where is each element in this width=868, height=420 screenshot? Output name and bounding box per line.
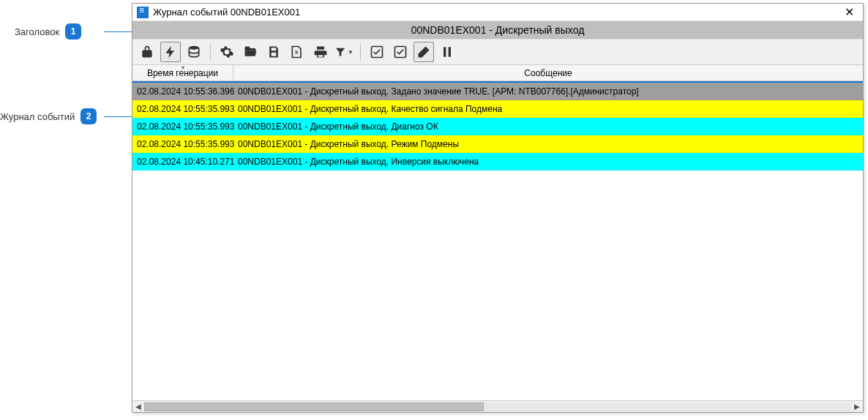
scroll-left-icon[interactable]: ◀ — [132, 401, 144, 413]
cell-time: 02.08.2024 10:45:10.271 — [132, 157, 233, 167]
scroll-right-icon[interactable]: ▶ — [851, 401, 863, 413]
callout-label: Заголовок — [15, 26, 59, 37]
cell-message: 00NDB01EX001 - Дискретный выход. Качеств… — [233, 104, 863, 114]
column-time[interactable]: ▾ Время генерации — [132, 65, 233, 80]
filter-dropdown[interactable]: ▼ — [334, 42, 354, 62]
excel-export-icon[interactable]: X — [287, 42, 307, 62]
chevron-down-icon: ▼ — [348, 49, 353, 56]
cell-time: 02.08.2024 10:55:36.396 — [132, 86, 233, 97]
callout-badge: 1 — [65, 23, 81, 40]
page-header: 00NDB01EX001 - Дискретный выход — [132, 21, 863, 39]
column-message[interactable]: Сообщение — [233, 65, 863, 80]
cell-time: 02.08.2024 10:55:35.993 — [132, 139, 233, 149]
lock-icon[interactable] — [137, 42, 157, 62]
table-header: ▾ Время генерации Сообщение — [132, 65, 863, 81]
eraser-icon[interactable] — [414, 42, 434, 62]
table-row[interactable]: 02.08.2024 10:45:10.271 00NDB01EX001 - Д… — [132, 153, 863, 170]
cell-time: 02.08.2024 10:55:35.993 — [132, 104, 233, 114]
callout-label: Журнал событий — [0, 111, 75, 122]
table-row[interactable]: 02.08.2024 10:55:35.993 00NDB01EX001 - Д… — [132, 100, 863, 118]
svg-rect-5 — [449, 47, 451, 56]
horizontal-scrollbar[interactable]: ◀ ▶ — [132, 400, 863, 412]
close-icon[interactable]: ✕ — [840, 5, 858, 19]
database-icon[interactable] — [184, 42, 204, 62]
svg-text:X: X — [295, 49, 299, 56]
app-icon — [137, 7, 149, 18]
callout-badge: 2 — [81, 108, 97, 124]
cell-message: 00NDB01EX001 - Дискретный выход. Задано … — [233, 86, 863, 97]
table-body: 02.08.2024 10:55:36.396 00NDB01EX001 - Д… — [132, 83, 863, 400]
save-icon[interactable] — [263, 42, 284, 62]
toolbar-separator — [210, 43, 211, 61]
titlebar: Журнал событий 00NDB01EX001 ✕ — [132, 4, 863, 21]
window-title: Журнал событий 00NDB01EX001 — [153, 7, 300, 18]
svg-point-0 — [189, 46, 198, 50]
check-square-icon[interactable] — [367, 42, 387, 62]
callout-line — [104, 116, 132, 117]
event-log-window: Журнал событий 00NDB01EX001 ✕ 00NDB01EX0… — [132, 3, 864, 413]
column-message-label: Сообщение — [524, 68, 572, 78]
bolt-icon[interactable] — [160, 42, 181, 62]
cell-message: 00NDB01EX001 - Дискретный выход. Режим П… — [233, 139, 863, 149]
table-row[interactable]: 02.08.2024 10:55:35.993 00NDB01EX001 - Д… — [132, 118, 863, 135]
callout-line — [104, 31, 132, 32]
sort-desc-icon: ▾ — [182, 64, 184, 71]
table-row[interactable]: 02.08.2024 10:55:35.993 00NDB01EX001 - Д… — [132, 135, 863, 153]
cell-message: 00NDB01EX001 - Дискретный выход. Диагноз… — [233, 121, 863, 132]
folder-open-icon[interactable] — [240, 42, 261, 62]
page-title: 00NDB01EX001 - Дискретный выход — [411, 24, 585, 36]
toolbar-separator — [360, 43, 361, 61]
svg-rect-4 — [444, 47, 446, 56]
print-icon[interactable] — [310, 42, 331, 62]
scroll-thumb[interactable] — [144, 402, 484, 411]
gear-icon[interactable] — [217, 42, 237, 62]
check-square-icon-2[interactable] — [390, 42, 411, 62]
pause-icon[interactable] — [437, 42, 457, 62]
cell-message: 00NDB01EX001 - Дискретный выход. Инверси… — [233, 157, 863, 167]
cell-time: 02.08.2024 10:55:35.993 — [132, 121, 233, 132]
scroll-track[interactable] — [144, 402, 851, 411]
toolbar: X ▼ — [132, 39, 863, 65]
table-row[interactable]: 02.08.2024 10:55:36.396 00NDB01EX001 - Д… — [132, 83, 863, 100]
